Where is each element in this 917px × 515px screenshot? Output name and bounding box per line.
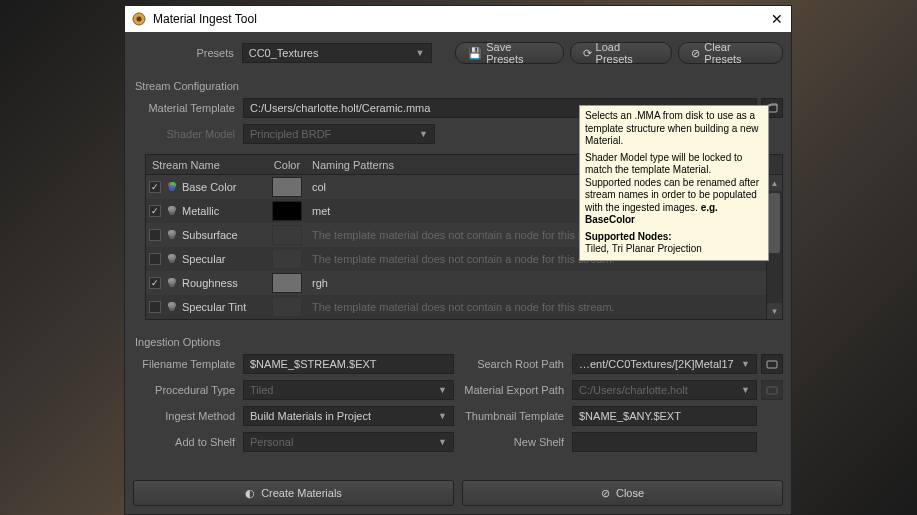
chevron-down-icon: ▼: [416, 48, 425, 58]
procedural-type-select: Tiled ▼: [243, 380, 454, 400]
load-icon: ⟳: [583, 47, 592, 60]
save-presets-button[interactable]: 💾 Save Presets: [455, 42, 563, 64]
material-export-label: Material Export Path: [462, 384, 572, 396]
material-export-select: C:/Users/charlotte.holt ▼: [572, 380, 757, 400]
browse-search-root-button[interactable]: [761, 354, 783, 374]
scroll-thumb[interactable]: [769, 193, 780, 253]
filename-template-label: Filename Template: [133, 358, 243, 370]
svg-point-8: [169, 209, 175, 215]
stream-type-icon: [164, 277, 180, 289]
new-shelf-input: [572, 432, 757, 452]
stream-name: Specular Tint: [180, 301, 268, 313]
svg-rect-22: [767, 387, 777, 394]
search-root-select[interactable]: …ent/CC0Textures/[2K]Metal17 ▼: [572, 354, 757, 374]
stream-type-icon: [164, 301, 180, 313]
clear-presets-button[interactable]: ⊘ Clear Presets: [678, 42, 783, 64]
stream-name: Metallic: [180, 205, 268, 217]
color-swatch-empty: [272, 297, 302, 317]
clear-icon: ⊘: [691, 47, 700, 60]
stream-pattern[interactable]: rgh: [306, 277, 766, 289]
shader-model-select: Principled BRDF ▼: [243, 124, 435, 144]
svg-point-11: [169, 233, 175, 239]
stream-checkbox[interactable]: ✓: [149, 205, 161, 217]
stream-pattern-placeholder: The template material does not contain a…: [306, 301, 766, 313]
stream-checkbox[interactable]: [149, 253, 161, 265]
close-icon[interactable]: ✕: [769, 11, 785, 27]
color-swatch[interactable]: [272, 201, 302, 221]
thumbnail-template-input[interactable]: $NAME_$ANY.$EXT: [572, 406, 757, 426]
shader-model-label: Shader Model: [133, 128, 243, 140]
create-materials-button[interactable]: ◐ Create Materials: [133, 480, 454, 506]
stream-name: Roughness: [180, 277, 268, 289]
titlebar: Material Ingest Tool ✕: [125, 6, 791, 32]
filename-template-input[interactable]: $NAME_$STREAM.$EXT: [243, 354, 454, 374]
stream-type-icon: [164, 181, 180, 193]
stream-config-heading: Stream Configuration: [135, 80, 783, 92]
stream-name: Subsurface: [180, 229, 268, 241]
search-root-label: Search Root Path: [462, 358, 572, 370]
thumbnail-template-label: Thumbnail Template: [462, 410, 572, 422]
add-to-shelf-label: Add to Shelf: [133, 436, 243, 448]
load-presets-button[interactable]: ⟳ Load Presets: [570, 42, 673, 64]
new-shelf-label: New Shelf: [462, 436, 572, 448]
svg-rect-21: [767, 361, 777, 368]
stream-checkbox[interactable]: [149, 229, 161, 241]
add-to-shelf-select: Personal ▼: [243, 432, 454, 452]
stream-checkbox[interactable]: ✓: [149, 277, 161, 289]
browse-export-button: [761, 380, 783, 400]
stream-type-icon: [164, 205, 180, 217]
svg-point-1: [137, 17, 142, 22]
ingestion-heading: Ingestion Options: [135, 336, 783, 348]
chevron-down-icon: ▼: [741, 385, 750, 395]
close-circle-icon: ⊘: [601, 487, 610, 500]
color-swatch[interactable]: [272, 177, 302, 197]
col-stream-name: Stream Name: [146, 159, 268, 171]
table-row: ✓Roughnessrgh: [146, 271, 766, 295]
scroll-down-icon[interactable]: ▼: [767, 303, 782, 319]
stream-type-icon: [164, 253, 180, 265]
stream-type-icon: [164, 229, 180, 241]
ingest-method-select[interactable]: Build Materials in Project ▼: [243, 406, 454, 426]
create-icon: ◐: [245, 487, 255, 500]
svg-point-14: [169, 257, 175, 263]
table-row: Specular TintThe template material does …: [146, 295, 766, 319]
chevron-down-icon: ▼: [741, 359, 750, 369]
procedural-type-label: Procedural Type: [133, 384, 243, 396]
save-icon: 💾: [468, 47, 482, 60]
chevron-down-icon: ▼: [419, 129, 428, 139]
chevron-down-icon: ▼: [438, 411, 447, 421]
close-button[interactable]: ⊘ Close: [462, 480, 783, 506]
svg-point-17: [169, 281, 175, 287]
chevron-down-icon: ▼: [438, 385, 447, 395]
col-color: Color: [268, 159, 306, 171]
svg-point-5: [169, 185, 175, 191]
scroll-up-icon[interactable]: ▲: [767, 175, 782, 191]
chevron-down-icon: ▼: [438, 437, 447, 447]
app-icon: [131, 11, 147, 27]
material-template-label: Material Template: [133, 102, 243, 114]
color-swatch[interactable]: [272, 273, 302, 293]
stream-checkbox[interactable]: ✓: [149, 181, 161, 193]
stream-name: Base Color: [180, 181, 268, 193]
stream-name: Specular: [180, 253, 268, 265]
svg-point-20: [169, 305, 175, 311]
color-swatch-empty: [272, 249, 302, 269]
stream-checkbox[interactable]: [149, 301, 161, 313]
presets-select[interactable]: CC0_Textures ▼: [242, 43, 432, 63]
color-swatch-empty: [272, 225, 302, 245]
ingest-method-label: Ingest Method: [133, 410, 243, 422]
window-title: Material Ingest Tool: [153, 12, 769, 26]
material-template-tooltip: Selects an .MMA from disk to use as a te…: [579, 105, 769, 261]
presets-label: Presets: [133, 47, 242, 59]
